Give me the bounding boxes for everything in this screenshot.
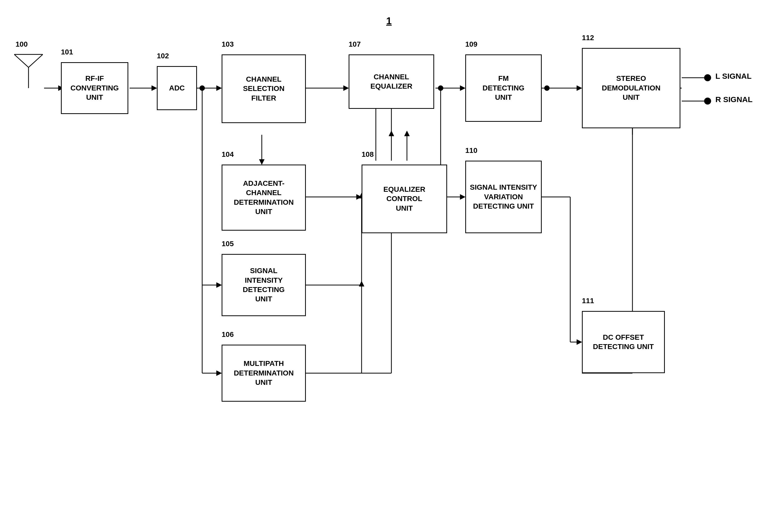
channel-selection-filter-block: CHANNELSELECTIONFILTER <box>222 55 306 123</box>
multipath-text: MULTIPATHDETERMINATIONUNIT <box>234 359 294 387</box>
diagram-title: 1 <box>386 15 392 27</box>
multipath-block: MULTIPATHDETERMINATIONUNIT <box>222 345 306 402</box>
r-signal-label: R SIGNAL <box>715 95 752 104</box>
csf-text: CHANNELSELECTIONFILTER <box>243 75 284 103</box>
adc-text: ADC <box>169 83 185 93</box>
sig-intensity-block: SIGNALINTENSITYDETECTINGUNIT <box>222 254 306 316</box>
sig-int-label: 105 <box>222 240 234 248</box>
channel-equalizer-block: CHANNELEQUALIZER <box>349 55 434 109</box>
adc-block: ADC <box>157 66 197 110</box>
adc-label: 102 <box>157 52 169 60</box>
csf-label: 103 <box>222 40 234 48</box>
fm-det-label: 109 <box>465 40 477 48</box>
stereo-demod-text: STEREODEMODULATIONUNIT <box>602 74 661 102</box>
svg-marker-53 <box>404 131 410 136</box>
svg-marker-32 <box>460 85 465 91</box>
adj-chan-label: 104 <box>222 150 234 158</box>
stereo-demod-block: STEREODEMODULATIONUNIT <box>582 48 680 128</box>
eq-ctrl-block: EQUALIZERCONTROLUNIT <box>362 165 447 233</box>
svg-point-33 <box>438 85 443 91</box>
rf-if-text: RF-IFCONVERTINGUNIT <box>71 74 119 102</box>
dc-offset-block: DC OFFSETDETECTING UNIT <box>582 311 665 373</box>
fm-det-text: FMDETECTINGUNIT <box>483 74 525 102</box>
sig-int-var-label: 110 <box>465 146 477 155</box>
svg-marker-7 <box>152 85 157 91</box>
eq-ctrl-label: 108 <box>362 150 374 158</box>
svg-marker-18 <box>344 85 349 91</box>
svg-line-2 <box>14 55 29 67</box>
svg-marker-16 <box>216 370 222 376</box>
svg-line-3 <box>29 55 43 67</box>
svg-marker-9 <box>216 85 222 91</box>
sig-int-text: SIGNALINTENSITYDETECTINGUNIT <box>243 266 285 304</box>
multipath-label: 106 <box>222 330 234 339</box>
fm-detecting-block: FMDETECTINGUNIT <box>465 55 542 122</box>
svg-marker-13 <box>216 282 222 288</box>
antenna-label: 100 <box>15 40 28 48</box>
svg-marker-28 <box>359 281 364 286</box>
svg-marker-22 <box>356 194 362 200</box>
sig-int-var-text: SIGNAL INTENSITYVARIATIONDETECTING UNIT <box>470 183 537 211</box>
sig-intensity-var-block: SIGNAL INTENSITYVARIATIONDETECTING UNIT <box>465 161 542 233</box>
rf-if-block: RF-IFCONVERTINGUNIT <box>61 62 128 114</box>
svg-marker-36 <box>460 194 465 200</box>
adj-channel-block: ADJACENT-CHANNELDETERMINATIONUNIT <box>222 165 306 230</box>
dc-offset-text: DC OFFSETDETECTING UNIT <box>593 333 654 352</box>
l-signal-label: L SIGNAL <box>715 72 751 80</box>
ch-eq-label: 107 <box>349 40 361 48</box>
svg-marker-30 <box>389 131 394 136</box>
ch-eq-text: CHANNELEQUALIZER <box>370 72 413 91</box>
eq-ctrl-text: EQUALIZERCONTROLUNIT <box>383 185 425 213</box>
adj-chan-text: ADJACENT-CHANNELDETERMINATIONUNIT <box>234 179 294 217</box>
dc-offset-label: 111 <box>582 297 594 305</box>
rf-if-label: 101 <box>61 48 73 56</box>
svg-marker-42 <box>577 85 582 91</box>
svg-marker-40 <box>577 340 582 345</box>
stereo-demod-label: 112 <box>582 34 594 42</box>
svg-point-10 <box>200 85 205 91</box>
svg-marker-20 <box>259 159 264 165</box>
svg-point-43 <box>544 85 549 91</box>
svg-point-45 <box>705 75 711 81</box>
block-diagram: 100 RF-IFCONVERTINGUNIT 101 ADC 102 CHAN… <box>0 0 782 532</box>
svg-point-47 <box>705 98 711 104</box>
